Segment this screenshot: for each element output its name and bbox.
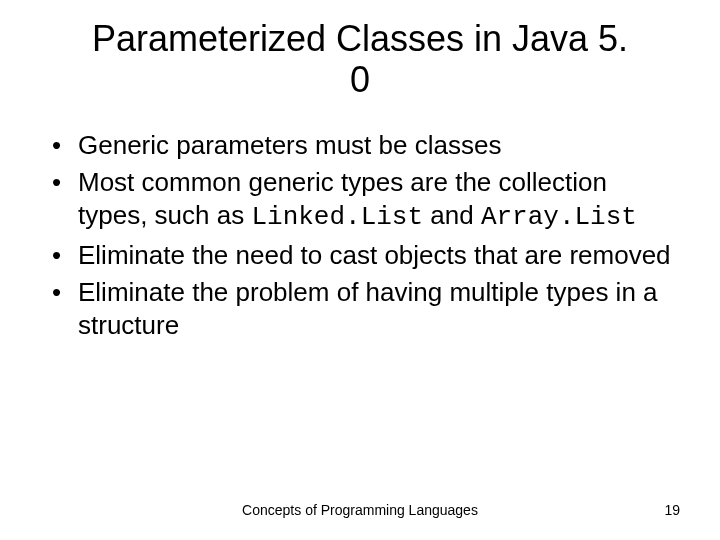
footer-text: Concepts of Programming Languages [40, 502, 680, 518]
page-number: 19 [664, 502, 680, 518]
slide-title: Parameterized Classes in Java 5. 0 [80, 18, 640, 101]
bullet-list: Generic parameters must be classes Most … [40, 129, 680, 343]
bullet-item: Generic parameters must be classes [50, 129, 680, 162]
code-text: Array.List [481, 202, 637, 232]
bullet-text: Eliminate the need to cast objects that … [78, 240, 671, 270]
bullet-item: Most common generic types are the collec… [50, 166, 680, 235]
bullet-item: Eliminate the need to cast objects that … [50, 239, 680, 272]
bullet-item: Eliminate the problem of having multiple… [50, 276, 680, 343]
footer: Concepts of Programming Languages 19 [0, 502, 720, 518]
bullet-text: and [423, 200, 481, 230]
bullet-text: Generic parameters must be classes [78, 130, 501, 160]
code-text: Linked.List [251, 202, 423, 232]
slide: Parameterized Classes in Java 5. 0 Gener… [0, 0, 720, 540]
bullet-text: Eliminate the problem of having multiple… [78, 277, 658, 340]
